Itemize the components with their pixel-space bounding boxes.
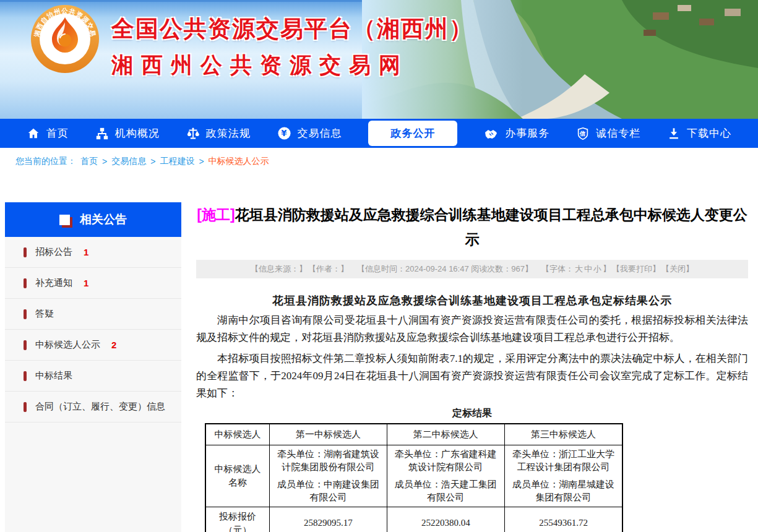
row-label-candidate-name: 中标候选人 名称: [205, 445, 270, 507]
red-bar-icon: [24, 247, 27, 257]
nav-item-trade-info[interactable]: ¥ 交易信息: [277, 126, 342, 140]
nav-label: 首页: [46, 126, 69, 140]
table-row-candidate-names: 中标候选人 名称 牵头单位：湖南省建筑设计院集团股份有限公司 成员单位：中南建设…: [205, 445, 622, 507]
cell-first-bid-price: 25829095.17: [270, 507, 387, 532]
site-logo: 湘西自治州公共资源交易中心: [30, 4, 100, 74]
breadcrumb-link-construction[interactable]: 工程建设: [160, 156, 194, 167]
page-title: [施工]花垣县消防救援站及应急救援综合训练基地建设项目工程总承包中标候选人变更公…: [196, 202, 748, 252]
download-icon: [667, 127, 681, 140]
breadcrumb-link-trade-info[interactable]: 交易信息: [111, 156, 146, 167]
main-article: [施工]花垣县消防救援站及应急救援综合训练基地建设项目工程总承包中标候选人变更公…: [196, 202, 748, 532]
orgchart-icon: [95, 127, 109, 140]
red-bar-icon: [24, 340, 27, 350]
col-header-third-candidate: 第三中标候选人: [505, 424, 622, 445]
nav-label: 下载中心: [687, 126, 731, 140]
nav-label: 交易信息: [298, 126, 342, 140]
site-title-line1: 全国公共资源交易平台（湘西州）: [111, 14, 473, 45]
meta-author: 【作者：】: [308, 264, 348, 275]
svg-text:¥: ¥: [281, 129, 287, 138]
result-heading: 花垣县消防救援站及应急救援综合训练基地建设项目工程总承包定标结果公示: [196, 293, 748, 308]
integrity-shield-icon: 信: [576, 127, 590, 140]
handshake-icon: [484, 126, 499, 141]
nav-item-services[interactable]: 办事服务: [484, 126, 549, 141]
font-size-small-button[interactable]: 小: [593, 264, 601, 275]
sidebar-header: 相关公告: [5, 202, 181, 237]
nav-label: 政策法规: [206, 126, 251, 140]
col-header-second-candidate: 第二中标候选人: [387, 424, 504, 445]
paragraph-2: 本招标项目按照招标文件第二章投标人须知前附表7.1的规定，采用评定分离法中的票决…: [196, 350, 748, 402]
sidebar-related-notices: 相关公告 招标公告 1 补充通知 1 答疑 中标候选人公示 2 中标结果: [5, 202, 181, 532]
meta-font-suffix: 】: [603, 264, 611, 275]
category-tag: [施工]: [197, 207, 235, 223]
sidebar-item-winning-candidates[interactable]: 中标候选人公示 2: [5, 330, 181, 361]
nav-label: 办事服务: [505, 126, 549, 140]
table-row-bid-price: 投标报价 （元） 25829095.17 25220380.04 2554936…: [205, 507, 622, 532]
main-nav: 首页 机构概况 政策法规 ¥ 交易信息 政务公开 办事服务 信 诚信专栏 下载中…: [0, 119, 758, 148]
sidebar-item-label: 招标公告: [35, 246, 72, 258]
nav-label: 诚信专栏: [596, 126, 640, 140]
breadcrumb-current: 中标候选人公示: [209, 156, 269, 167]
item-count-badge: 1: [84, 247, 88, 257]
sidebar-item-label: 答疑: [35, 308, 54, 320]
sidebar-item-tender-announcement[interactable]: 招标公告 1: [5, 237, 181, 268]
yen-coin-icon: ¥: [277, 126, 291, 140]
scales-icon: [186, 127, 200, 140]
red-bar-icon: [24, 278, 27, 288]
table-header-row: 中标候选人 第一中标候选人 第二中标候选人 第三中标候选人: [205, 424, 622, 445]
sidebar-item-winning-result[interactable]: 中标结果: [5, 361, 181, 392]
svg-text:信: 信: [579, 131, 586, 137]
font-size-medium-button[interactable]: 中: [584, 264, 592, 275]
sidebar-item-supplementary-notice[interactable]: 补充通知 1: [5, 268, 181, 299]
square-bullet-icon: [59, 215, 70, 225]
sidebar-item-label: 合同（订立、履行、变更）信息: [35, 401, 165, 413]
nav-item-home[interactable]: 首页: [27, 126, 69, 140]
meta-source: 【信息来源：】: [251, 264, 307, 275]
print-button[interactable]: 【我要打印】: [612, 264, 660, 275]
breadcrumb-prefix: 您当前的位置：: [15, 156, 76, 167]
cell-second-bid-price: 25220380.04: [387, 507, 504, 532]
nav-label: 机构概况: [115, 126, 160, 140]
red-bar-icon: [24, 402, 27, 412]
breadcrumb-link-home[interactable]: 首页: [80, 156, 98, 167]
item-count-badge: 1: [84, 278, 88, 288]
nav-item-download-center[interactable]: 下载中心: [667, 126, 731, 140]
sidebar-item-label: 中标候选人公示: [35, 339, 100, 351]
site-banner: 湘西自治州公共资源交易中心 全国公共资源交易平台（湘西州） 湘西州公共资源交易网: [0, 0, 758, 119]
breadcrumb-separator: >: [102, 157, 107, 166]
cell-first-candidate-name: 牵头单位：湖南省建筑设计院集团股份有限公司 成员单位：中南建设集团有限公司: [270, 445, 387, 507]
nav-item-integrity[interactable]: 信 诚信专栏: [576, 126, 640, 140]
red-bar-icon: [24, 371, 27, 381]
cell-third-bid-price: 25549361.72: [505, 507, 622, 532]
col-header-first-candidate: 第一中标候选人: [270, 424, 387, 445]
paragraph-1: 湖南中尔项目咨询有限公司受花垣县十八洞国有资产资源投资运营有限责任公司的委托，根…: [196, 312, 748, 346]
meta-time-views: 【信息时间：2024-09-24 16:47 阅读次数：967】: [357, 264, 533, 275]
close-button[interactable]: 【关闭】: [661, 264, 694, 275]
article-body: 花垣县消防救援站及应急救援综合训练基地建设项目工程总承包定标结果公示 湖南中尔项…: [196, 293, 748, 532]
sidebar-header-label: 相关公告: [80, 212, 127, 228]
meta-font-prefix: 【字体：: [541, 264, 574, 275]
sidebar-item-label: 补充通知: [35, 277, 72, 289]
sidebar-item-contract-info[interactable]: 合同（订立、履行、变更）信息: [5, 392, 181, 423]
article-meta-bar: 【信息来源：】 【作者：】 【信息时间：2024-09-24 16:47 阅读次…: [196, 260, 748, 278]
site-title-line2: 湘西州公共资源交易网: [111, 51, 473, 80]
row-label-bid-price: 投标报价 （元）: [205, 507, 270, 532]
col-header-candidate: 中标候选人: [205, 424, 270, 445]
breadcrumb: 您当前的位置： 首页 > 交易信息 > 工程建设 > 中标候选人公示: [0, 148, 758, 175]
page-content: 相关公告 招标公告 1 补充通知 1 答疑 中标候选人公示 2 中标结果: [5, 202, 748, 532]
nav-item-org-overview[interactable]: 机构概况: [95, 126, 160, 140]
cell-third-candidate-name: 牵头单位：浙江工业大学工程设计集团有限公司 成员单位：湖南星城建设集团有限公司: [505, 445, 622, 507]
nav-label: 政务公开: [390, 126, 435, 140]
font-size-large-button[interactable]: 大: [575, 264, 583, 275]
nav-item-gov-disclosure[interactable]: 政务公开: [368, 121, 457, 146]
cell-second-candidate-name: 牵头单位：广东省建科建筑设计院有限公司 成员单位：浩天建工集团有限公司: [387, 445, 504, 507]
table-caption: 定标结果: [196, 407, 748, 420]
sidebar-item-label: 中标结果: [35, 370, 72, 382]
red-bar-icon: [24, 309, 27, 319]
nav-item-policies[interactable]: 政策法规: [186, 126, 251, 140]
result-table: 中标候选人 第一中标候选人 第二中标候选人 第三中标候选人 中标候选人 名称 牵…: [205, 423, 623, 532]
site-titles: 全国公共资源交易平台（湘西州） 湘西州公共资源交易网: [111, 14, 473, 80]
breadcrumb-separator: >: [199, 157, 204, 166]
item-count-badge: 2: [111, 340, 116, 350]
breadcrumb-separator: >: [150, 157, 155, 166]
sidebar-item-qa[interactable]: 答疑: [5, 299, 181, 330]
